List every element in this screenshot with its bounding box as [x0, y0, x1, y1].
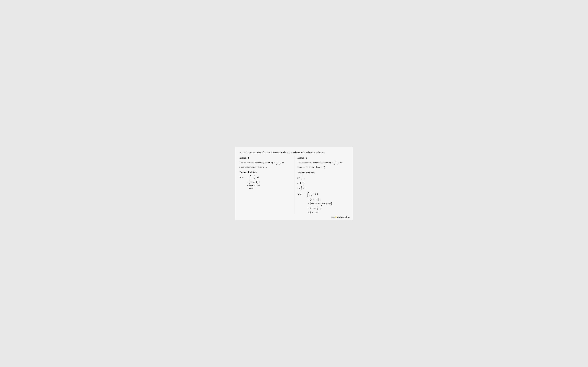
logo: class J mathematics [331, 216, 350, 218]
example2-solution: y = 1 x − 1 x − 1 = 1 y x = [298, 175, 349, 214]
left-column: Example 1 Find the exact area bounded by… [240, 157, 294, 215]
logo-class-text: class [331, 216, 335, 218]
example1-problem: Find the exact area bounded by the curve… [240, 160, 291, 169]
intro-paragraph: Applications of integration of reciproca… [240, 150, 348, 154]
right-column: Example 2 Find the exact area bounded by… [294, 157, 349, 215]
example2-line5: = [ loge y + y ] 1 1 2 [308, 197, 349, 201]
example2-line1: y = 1 x − 1 [298, 175, 349, 180]
logo-j: J [335, 216, 336, 218]
example1-line4: = loge 4 [247, 187, 291, 189]
example1-line3: = loge 8 − loge 2 [247, 184, 291, 186]
example2-solution-heading: Example 2 solution [298, 171, 349, 174]
example2-line7: = 1 − loge 1 2 − 1 2 [308, 206, 349, 210]
example1-heading: Example 1 [240, 157, 291, 159]
integral-expr-1: ∫ 7 1 1 x + 1 dx [249, 175, 259, 180]
example1-line1: Area = ∫ 7 1 1 x + 1 dx [240, 175, 291, 180]
example2-heading: Example 2 [298, 157, 349, 159]
frac-1-xplus1: 1 x + 1 [275, 160, 280, 165]
example1-solution: Area = ∫ 7 1 1 x + 1 dx [240, 175, 291, 189]
example1-line2: = [ loge |x + 1| ] 7 1 [247, 180, 291, 184]
frac-1-2-problem: 1 2 [324, 165, 325, 169]
frac-1-xminus1: 1 x − 1 [333, 160, 338, 165]
example2-problem: Find the exact area bounded by the curve… [298, 160, 349, 169]
example2-line3: x = 1 y + 1 [298, 186, 349, 191]
example2-line4: Area = ∫ 1 1 2 [298, 192, 349, 197]
example2-line2: x − 1 = 1 y [298, 181, 349, 185]
example1-solution-heading: Example 1 solution [240, 171, 291, 173]
example2-line6: = [ loge 1 + 1 − ( loge 1 2 + 1 [308, 201, 349, 205]
main-card: Applications of integration of reciproca… [235, 147, 353, 220]
example2-line8: = 1 2 + loge 2 [308, 210, 349, 214]
two-column-layout: Example 1 Find the exact area bounded by… [240, 157, 348, 215]
logo-math-text: mathematics [336, 216, 350, 218]
